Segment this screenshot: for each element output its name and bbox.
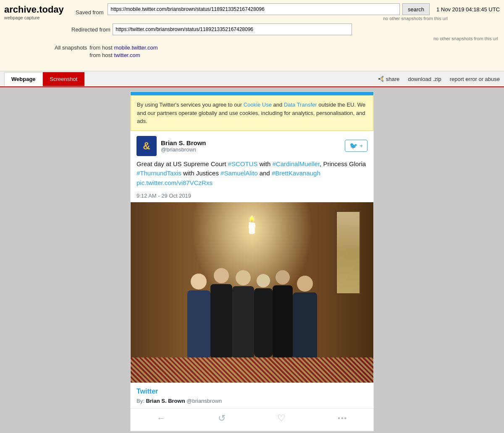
handle: @briansbrown: [161, 146, 206, 153]
share-label: share: [386, 76, 400, 82]
saved-from-label: Saved from: [76, 9, 103, 16]
user-info: & Brian S. Brown @briansbrown: [136, 136, 206, 156]
person-5: [273, 270, 293, 357]
no-other-snapshots-2: no other snapshots from this url: [134, 36, 500, 41]
from-host-2-link[interactable]: twitter.com: [114, 52, 140, 58]
by-handle: @briansbrown: [186, 398, 222, 404]
person-2: [210, 268, 232, 357]
user-names: Brian S. Brown @briansbrown: [161, 139, 206, 153]
more-button[interactable]: •••: [338, 415, 347, 422]
toolbar-right: share download .zip report error or abus…: [378, 76, 500, 82]
no-other-snapshots-1: no other snapshots from this url: [108, 16, 449, 21]
all-snapshots-label: All snapshots: [55, 44, 87, 51]
tab-bar: Webpage Screenshot share download .zip r…: [0, 71, 504, 87]
cookie-link[interactable]: Cookie Use: [244, 102, 272, 108]
action-bar: ← ↺ ♡ •••: [131, 408, 373, 430]
twitter-bird-icon: 🐦: [349, 142, 358, 150]
tweet-text-5: and: [258, 170, 272, 177]
tweet-by-line: By: Brian S. Brown @briansbrown: [131, 397, 373, 408]
person-4: [254, 274, 273, 357]
redirected-from-label: Redirected from: [71, 26, 110, 33]
hashtag-scotus[interactable]: #SCOTUS: [228, 160, 258, 167]
logo-area: archive.today webpage capture: [4, 4, 71, 20]
main-content: By using Twitter's services you agree to…: [0, 87, 504, 433]
redirected-from-row: Redirected from: [71, 23, 500, 35]
hashtag-kavanaugh[interactable]: #BrettKavanaugh: [272, 170, 320, 177]
search-button[interactable]: search: [402, 3, 430, 15]
pic-link[interactable]: pic.twitter.com/vi87VCzRxs: [136, 179, 213, 186]
person-6: [293, 276, 317, 357]
by-name: Brian S. Brown: [146, 398, 185, 404]
tab-webpage[interactable]: Webpage: [4, 72, 43, 86]
site-logo: archive.today: [4, 4, 71, 15]
site-subtitle: webpage capture: [4, 15, 71, 20]
snapshots-links: from host mobile.twitter.com from host t…: [89, 44, 158, 58]
twitter-top-bar: [131, 92, 373, 95]
hashtag-alito[interactable]: #SamuelAlito: [220, 170, 257, 177]
data-transfer-link[interactable]: Data Transfer: [284, 102, 317, 108]
person-1: [187, 274, 210, 357]
person-3: [232, 270, 254, 357]
header-bar: archive.today webpage capture Saved from…: [0, 0, 504, 71]
tab-screenshot[interactable]: Screenshot: [43, 72, 85, 86]
hashtag-cardinal[interactable]: #CardinalMueller: [272, 160, 320, 167]
display-name: Brian S. Brown: [161, 139, 206, 146]
snapshots-row: All snapshots from host mobile.twitter.c…: [55, 44, 500, 58]
cookie-text-before: By using Twitter's services you agree to…: [137, 102, 244, 108]
svg-point-2: [382, 76, 383, 78]
download-zip-link[interactable]: download .zip: [408, 76, 441, 82]
saved-from-input[interactable]: [108, 3, 399, 15]
cookie-banner: By using Twitter's services you agree to…: [131, 95, 373, 131]
svg-line-5: [380, 79, 382, 81]
report-label: report error or abuse: [450, 76, 500, 82]
tweet-text-3: , Princess Gloria: [320, 160, 366, 167]
share-link[interactable]: share: [378, 76, 400, 82]
tweet-text-4: with Justices: [181, 170, 220, 177]
tweet-body: Great day at US Supreme Court #SCOTUS wi…: [131, 159, 373, 191]
tweet-text-2: with: [257, 160, 272, 167]
chandelier: 🕯️: [242, 215, 262, 235]
hashtag-thurn[interactable]: #ThurnundTaxis: [136, 170, 181, 177]
from-host-2-text: from host: [89, 52, 112, 58]
twitter-link[interactable]: Twitter: [136, 388, 158, 395]
share-icon: [378, 76, 384, 82]
report-link[interactable]: report error or abuse: [450, 76, 500, 82]
svg-point-3: [382, 81, 383, 82]
reply-button[interactable]: ←: [157, 413, 166, 424]
tweet-card: By using Twitter's services you agree to…: [130, 91, 374, 431]
tweet-header: & Brian S. Brown @briansbrown 🐦 +: [131, 131, 373, 159]
from-host-1-link[interactable]: mobile.twitter.com: [114, 44, 158, 51]
tweet-text-1: Great day at US Supreme Court: [136, 160, 228, 167]
download-zip-label: download .zip: [408, 76, 441, 82]
retweet-button[interactable]: ↺: [218, 413, 226, 424]
people-row: [131, 268, 373, 370]
redirected-from-input[interactable]: [113, 23, 352, 35]
by-label: By:: [136, 398, 144, 404]
from-host-1-text: from host: [89, 44, 112, 51]
follow-button[interactable]: 🐦 +: [345, 140, 368, 152]
tweet-image: 🕯️: [131, 202, 373, 383]
follow-plus: +: [360, 143, 363, 149]
twitter-footer-link[interactable]: Twitter: [131, 383, 373, 397]
timestamp: 1 Nov 2019 04:18:45 UTC: [436, 6, 500, 13]
avatar: &: [136, 136, 157, 156]
like-button[interactable]: ♡: [277, 413, 286, 424]
tweet-timestamp: 9:12 AM - 29 Oct 2019: [131, 191, 373, 202]
cookie-text-middle: and: [272, 102, 284, 108]
